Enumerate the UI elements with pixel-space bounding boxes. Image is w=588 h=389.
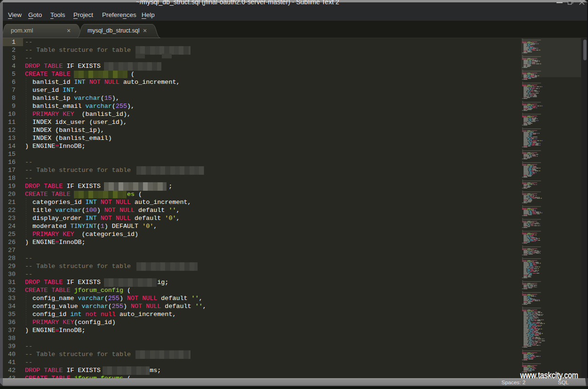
- svg-text:mysql_db_struct.sql: mysql_db_struct.sql: [87, 27, 139, 34]
- svg-text:×: ×: [67, 27, 71, 34]
- svg-text:×: ×: [143, 27, 147, 34]
- svg-text:pom.xml: pom.xml: [11, 27, 33, 34]
